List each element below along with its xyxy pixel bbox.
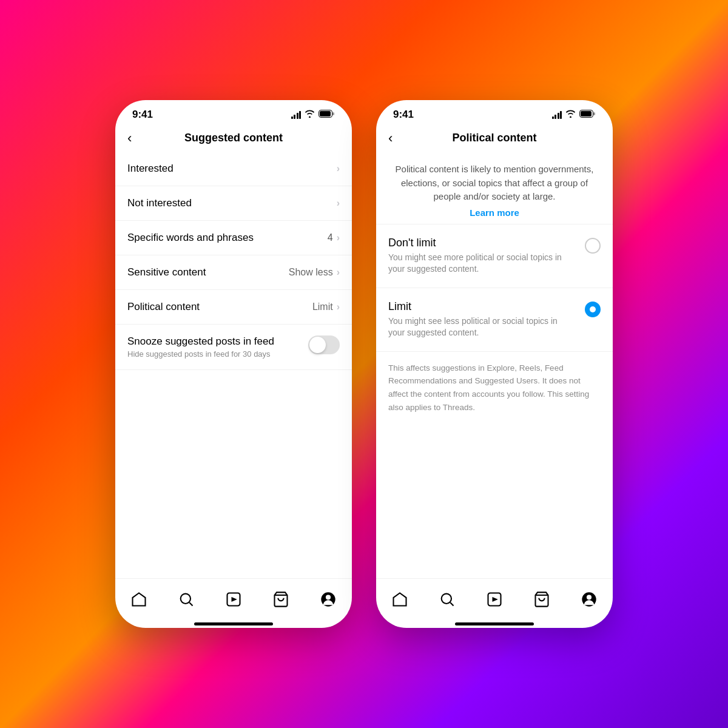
interested-right: › <box>337 163 340 174</box>
not-interested-right: › <box>337 198 340 209</box>
snooze-subtitle: Hide suggested posts in feed for 30 days <box>127 349 298 359</box>
wifi-icon-right <box>565 109 576 120</box>
nav-home-left[interactable] <box>126 586 152 613</box>
svg-rect-10 <box>581 111 592 116</box>
political-content-area: Political content is likely to mention g… <box>376 152 613 578</box>
political-label: Political content <box>127 301 200 313</box>
learn-more-link[interactable]: Learn more <box>391 207 598 218</box>
svg-point-12 <box>442 594 451 604</box>
snooze-toggle[interactable] <box>308 335 340 354</box>
limit-title: Limit <box>388 300 575 313</box>
status-time-right: 9:41 <box>393 109 414 121</box>
back-button-right[interactable]: ‹ <box>388 130 393 146</box>
list-item-interested[interactable]: Interested › <box>115 152 352 186</box>
snooze-title: Snooze suggested posts in feed <box>127 335 298 348</box>
svg-point-17 <box>587 595 592 599</box>
status-bar-left: 9:41 <box>115 100 352 126</box>
chevron-icon-5: › <box>337 302 340 312</box>
home-indicator-left <box>115 618 352 628</box>
suggested-content-list: Interested › Not interested › Specific w… <box>115 152 352 578</box>
sensitive-right: Show less › <box>289 267 340 278</box>
dont-limit-subtitle: You might see more political or social t… <box>388 252 575 275</box>
nav-profile-right[interactable] <box>576 586 602 613</box>
radio-dont-limit[interactable]: Don't limit You might see more political… <box>376 224 613 288</box>
list-item-sensitive[interactable]: Sensitive content Show less › <box>115 255 352 290</box>
phone-suggested-content: 9:41 <box>115 100 352 628</box>
nav-profile-left[interactable] <box>315 586 342 613</box>
nav-home-right[interactable] <box>386 586 413 613</box>
nav-header-left: ‹ Suggested content <box>115 126 352 152</box>
specific-words-label: Specific words and phrases <box>127 232 254 244</box>
status-time-left: 9:41 <box>132 109 153 121</box>
home-bar-left <box>194 622 273 625</box>
radio-limit[interactable]: Limit You might see less political or so… <box>376 288 613 352</box>
nav-reels-left[interactable] <box>220 586 247 613</box>
nav-header-right: ‹ Political content <box>376 126 613 152</box>
political-description: Political content is likely to mention g… <box>376 152 613 224</box>
nav-search-right[interactable] <box>434 586 460 613</box>
svg-point-8 <box>326 595 331 599</box>
list-item-not-interested[interactable]: Not interested › <box>115 186 352 221</box>
svg-point-3 <box>181 594 190 604</box>
nav-shop-right[interactable] <box>528 586 555 613</box>
interested-label: Interested <box>127 163 174 175</box>
sensitive-value: Show less <box>289 267 333 278</box>
nav-shop-left[interactable] <box>268 586 294 613</box>
snooze-item: Snooze suggested posts in feed Hide sugg… <box>115 325 352 370</box>
political-right: Limit › <box>312 302 340 312</box>
svg-line-4 <box>189 602 192 605</box>
chevron-icon-2: › <box>337 198 340 209</box>
battery-icon <box>318 109 335 120</box>
limit-text: Limit You might see less political or so… <box>388 300 575 339</box>
specific-words-badge: 4 <box>328 232 333 243</box>
home-indicator-right <box>376 618 613 628</box>
battery-icon-right <box>579 109 596 120</box>
affects-text: This affects suggestions in Explore, Ree… <box>376 352 613 423</box>
status-bar-right: 9:41 <box>376 100 613 126</box>
chevron-icon-4: › <box>337 267 340 278</box>
political-value: Limit <box>312 302 333 312</box>
dont-limit-radio[interactable] <box>585 238 601 254</box>
page-title-political: Political content <box>452 132 536 144</box>
bottom-nav-left <box>115 578 352 618</box>
home-bar-right <box>455 622 534 625</box>
svg-rect-11 <box>593 112 595 115</box>
affects-text-content: This affects suggestions in Explore, Ree… <box>388 363 589 412</box>
dont-limit-title: Don't limit <box>388 237 575 249</box>
page-title-suggested: Suggested content <box>184 132 283 144</box>
nav-reels-right[interactable] <box>481 586 508 613</box>
dont-limit-text: Don't limit You might see more political… <box>388 237 575 275</box>
list-item-specific-words[interactable]: Specific words and phrases 4 › <box>115 221 352 255</box>
not-interested-label: Not interested <box>127 197 192 209</box>
phone-political-content: 9:41 <box>376 100 613 628</box>
list-item-political[interactable]: Political content Limit › <box>115 290 352 325</box>
signal-icon-right <box>552 110 562 119</box>
chevron-icon: › <box>337 163 340 174</box>
svg-rect-1 <box>320 111 331 116</box>
bottom-nav-right <box>376 578 613 618</box>
nav-search-left[interactable] <box>173 586 200 613</box>
sensitive-label: Sensitive content <box>127 266 206 278</box>
chevron-icon-3: › <box>337 232 340 243</box>
wifi-icon <box>305 110 315 120</box>
toggle-knob <box>309 337 326 353</box>
snooze-text-block: Snooze suggested posts in feed Hide sugg… <box>127 335 298 359</box>
svg-line-13 <box>450 602 453 605</box>
back-button-left[interactable]: ‹ <box>127 130 132 146</box>
limit-subtitle: You might see less political or social t… <box>388 315 575 339</box>
status-icons-right <box>552 109 596 120</box>
phones-container: 9:41 <box>0 0 728 728</box>
svg-rect-2 <box>332 112 334 115</box>
political-desc-text: Political content is likely to mention g… <box>391 163 598 204</box>
signal-icon <box>291 110 302 119</box>
specific-words-right: 4 › <box>328 232 340 243</box>
limit-radio[interactable] <box>585 302 601 317</box>
status-icons-left <box>291 109 335 120</box>
radio-inner-dot <box>590 306 596 312</box>
